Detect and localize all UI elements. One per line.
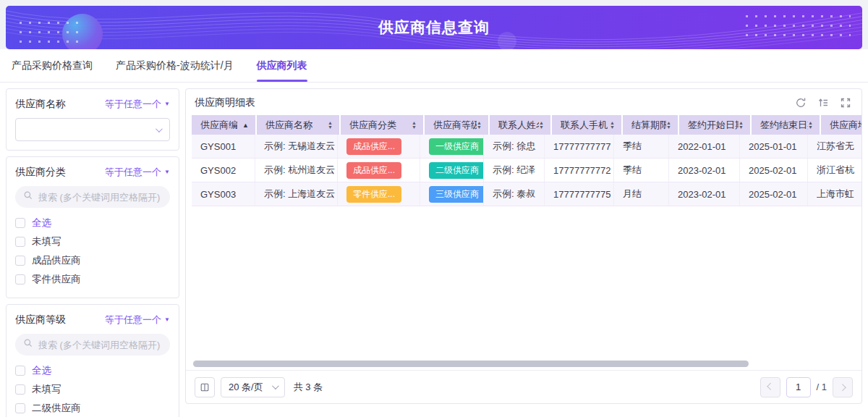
page-size-select[interactable]: 20 条/页 [221,377,285,397]
column-header-6[interactable]: 结算期限▲▼ [623,115,678,135]
column-header-9[interactable]: 供应商地址 [821,115,861,135]
filter-operator-dropdown[interactable]: 等于任意一个▼ [105,313,170,327]
next-page-button[interactable] [833,377,853,397]
sort-icon: ▲▼ [808,121,813,130]
checkbox-option-supplier-category-3[interactable]: 零件供应商 [15,270,170,289]
checkbox [15,366,25,376]
column-header-7[interactable]: 签约开始日期▲▼ [679,115,750,135]
cell-name: 示例: 无锡道友云 [255,135,338,158]
option-label: 未填写 [32,235,61,248]
table: 供应商编码▲供应商名称▲▼供应商分类▲▼供应商等级▲▼联系人姓名▲▼联系人手机▲… [186,115,861,360]
option-label: 二级供应商 [32,402,81,415]
sort-down-icon: ▼ [539,125,544,130]
chevron-left-icon [767,383,774,390]
cell-phone: 17777777772 [545,159,614,182]
table-header-row: 供应商编码▲供应商名称▲▼供应商分类▲▼供应商等级▲▼联系人姓名▲▼联系人手机▲… [192,115,861,135]
table-row-GYS001[interactable]: GYS001示例: 无锡道友云成品供应...一级供应商示例: 徐忠1777777… [192,135,861,159]
status-badge: 二级供应商 [429,162,484,179]
checkbox [15,384,25,395]
filter-operator-dropdown[interactable]: 等于任意一个▼ [105,166,170,179]
filter-card-header: 供应商分类等于任意一个▼ [15,166,170,179]
status-badge: 成品供应... [346,138,401,155]
filter-sidebar: 供应商名称等于任意一个▼供应商分类等于任意一个▼全选未填写成品供应商零件供应商供… [6,88,179,417]
table-body: GYS001示例: 无锡道友云成品供应...一级供应商示例: 徐忠1777777… [192,135,856,206]
horizontal-scrollbar[interactable] [193,360,854,368]
cell-sign_end: 2025-02-01 [740,182,808,206]
table-row-GYS003[interactable]: GYS003示例: 上海道友云零件供应...三级供应商示例: 泰叔1777777… [192,182,861,206]
fullscreen-icon[interactable] [840,97,851,109]
checkbox-option-supplier-category-0[interactable]: 全选 [15,214,170,232]
sort-down-icon: ▼ [328,125,333,130]
checkbox [15,237,25,247]
column-header-0[interactable]: 供应商编码▲ [192,115,255,135]
column-header-8[interactable]: 签约结束日期▲▼ [752,115,820,135]
chevron-down-icon [156,125,163,132]
checkbox [15,274,25,285]
checkbox-option-supplier-category-2[interactable]: 成品供应商 [15,251,170,270]
search-icon [23,190,33,203]
cell-contact: 示例: 徐忠 [484,135,545,158]
sort-down-icon: ▼ [739,125,744,130]
column-header-2[interactable]: 供应商分类▲▼ [341,115,423,135]
caret-down-icon: ▼ [164,317,170,323]
cell-address: 上海市虹 [808,182,861,206]
column-header-5[interactable]: 联系人手机▲▼ [552,115,621,135]
refresh-icon[interactable] [795,97,807,109]
caret-down-icon: ▼ [164,169,170,175]
sort-icon: ▲▼ [539,121,544,130]
table-panel-header: 供应商明细表 [186,89,861,115]
cell-name: 示例: 上海道友云 [255,182,338,206]
row-height-icon[interactable] [817,97,829,109]
checkbox-option-supplier-level-1[interactable]: 未填写 [15,380,170,399]
current-page-input[interactable] [786,377,811,397]
column-header-3[interactable]: 供应商等级▲▼ [425,115,488,135]
sort-down-icon: ▼ [412,125,417,130]
filter-card-header: 供应商名称等于任意一个▼ [15,98,170,111]
search-icon [23,338,33,351]
column-header-4[interactable]: 联系人姓名▲▼ [490,115,550,135]
sort-down-icon: ▼ [808,125,813,130]
option-label: 全选 [32,364,51,377]
column-label: 供应商等级 [433,119,477,132]
checkbox-option-supplier-level-2[interactable]: 二级供应商 [15,399,170,417]
sort-down-icon: ▼ [610,125,615,130]
supplier-level-search-input[interactable] [38,340,162,350]
cell-category: 零件供应... [338,182,420,206]
checkbox-option-supplier-level-0[interactable]: 全选 [15,361,170,380]
filter-title: 供应商名称 [15,98,66,111]
cell-code: GYS001 [192,135,255,158]
filter-operator-label: 等于任意一个 [105,98,161,111]
status-badge: 三级供应商 [429,186,484,203]
pagination-left: 20 条/页 共 3 条 [195,377,323,397]
option-label: 成品供应商 [32,254,81,267]
supplier-category-search-input[interactable] [38,192,162,203]
column-toggle-button[interactable] [195,377,215,397]
table-row-GYS002[interactable]: GYS002示例: 杭州道友云成品供应...二级供应商示例: 纪泽1777777… [192,159,861,182]
tab-product-purchase-price-query[interactable]: 产品采购价格查询 [12,49,93,82]
cell-contact: 示例: 纪泽 [484,159,545,182]
sort-down-icon: ▼ [477,125,482,130]
prev-page-button[interactable] [760,377,780,397]
filter-operator-dropdown[interactable]: 等于任意一个▼ [105,98,170,111]
cell-phone: 17777777777 [545,135,614,158]
supplier-level-search [15,334,170,355]
tab-supplier-list[interactable]: 供应商列表 [257,49,307,82]
tab-product-purchase-price-fluctuation-monthly[interactable]: 产品采购价格-波动统计/月 [116,49,234,82]
column-label: 签约开始日期 [688,119,739,132]
sort-icon: ▲▼ [610,121,615,130]
cell-phone: 17777777775 [545,182,614,206]
page-size-label: 20 条/页 [229,381,263,394]
column-header-1[interactable]: 供应商名称▲▼ [257,115,339,135]
scrollbar-thumb[interactable] [193,361,749,367]
status-badge: 一级供应商 [429,138,484,155]
table-title: 供应商明细表 [195,96,255,109]
table-footer: 20 条/页 共 3 条 / 1 [186,370,861,403]
cell-name: 示例: 杭州道友云 [255,159,338,182]
cell-code: GYS003 [192,182,255,206]
cell-code: GYS002 [192,159,255,182]
cell-sign_start: 2022-01-01 [669,135,740,158]
status-badge: 成品供应... [346,162,401,179]
supplier-name-select[interactable] [15,118,170,141]
cell-contact: 示例: 泰叔 [484,182,545,206]
checkbox-option-supplier-category-1[interactable]: 未填写 [15,232,170,251]
